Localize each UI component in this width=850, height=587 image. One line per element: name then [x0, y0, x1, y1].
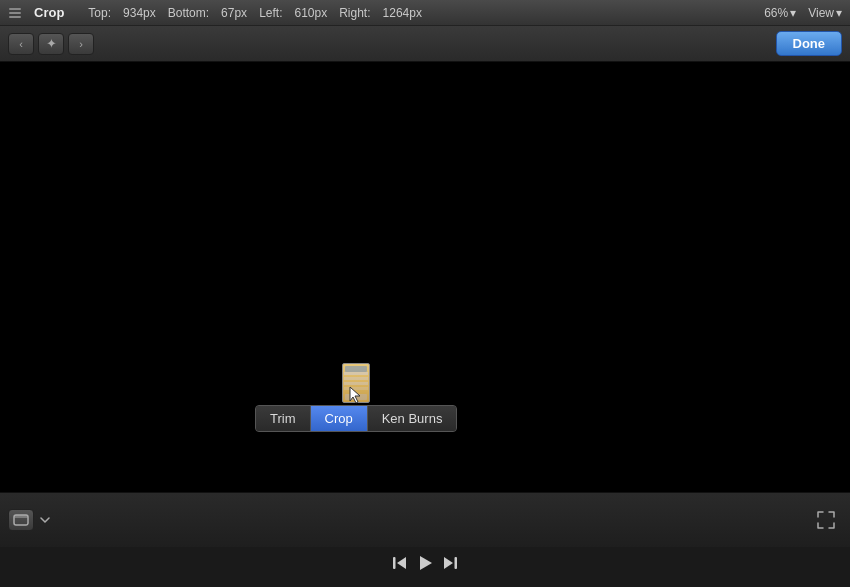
next-button[interactable]: ›: [68, 33, 94, 55]
playback-controls: [391, 553, 459, 573]
svg-rect-5: [393, 557, 396, 569]
clip-dropdown-button[interactable]: [36, 511, 54, 529]
bottom-bar: [0, 492, 850, 547]
play-button[interactable]: [415, 553, 435, 573]
popup-menu: Trim Crop Ken Burns: [255, 405, 457, 432]
page-title: Crop: [34, 5, 64, 20]
svg-rect-2: [9, 16, 21, 18]
clip-thumbnail[interactable]: [342, 363, 370, 403]
canvas-area: Trim Crop Ken Burns: [0, 62, 850, 492]
trim-menu-item[interactable]: Trim: [256, 406, 311, 431]
top-coord-value: 934px: [123, 6, 156, 20]
svg-rect-6: [455, 557, 458, 569]
skip-forward-button[interactable]: [441, 554, 459, 572]
context-popup: Trim Crop Ken Burns: [255, 363, 457, 432]
svg-rect-0: [9, 8, 21, 10]
skip-back-button[interactable]: [391, 554, 409, 572]
left-coord-label: Left:: [259, 6, 282, 20]
ken-burns-menu-item[interactable]: Ken Burns: [368, 406, 457, 431]
drag-icon: [8, 6, 22, 20]
fullscreen-button[interactable]: [814, 509, 838, 531]
bottom-coord-value: 67px: [221, 6, 247, 20]
right-coord-label: Right:: [339, 6, 370, 20]
bottom-coord-label: Bottom:: [168, 6, 209, 20]
svg-rect-4: [14, 515, 28, 518]
zoom-dropdown[interactable]: 66% ▾: [764, 6, 796, 20]
prev-button[interactable]: ‹: [8, 33, 34, 55]
clip-button[interactable]: [8, 509, 34, 531]
svg-rect-1: [9, 12, 21, 14]
right-coord-value: 1264px: [383, 6, 422, 20]
title-bar: Crop Top: 934px Bottom: 67px Left: 610px…: [0, 0, 850, 26]
view-dropdown[interactable]: View ▾: [808, 6, 842, 20]
left-coord-value: 610px: [294, 6, 327, 20]
toolbar: ‹ ✦ › Done: [0, 26, 850, 62]
done-button[interactable]: Done: [776, 31, 843, 56]
center-button[interactable]: ✦: [38, 33, 64, 55]
top-coord-label: Top:: [88, 6, 111, 20]
crop-menu-item[interactable]: Crop: [311, 406, 368, 431]
